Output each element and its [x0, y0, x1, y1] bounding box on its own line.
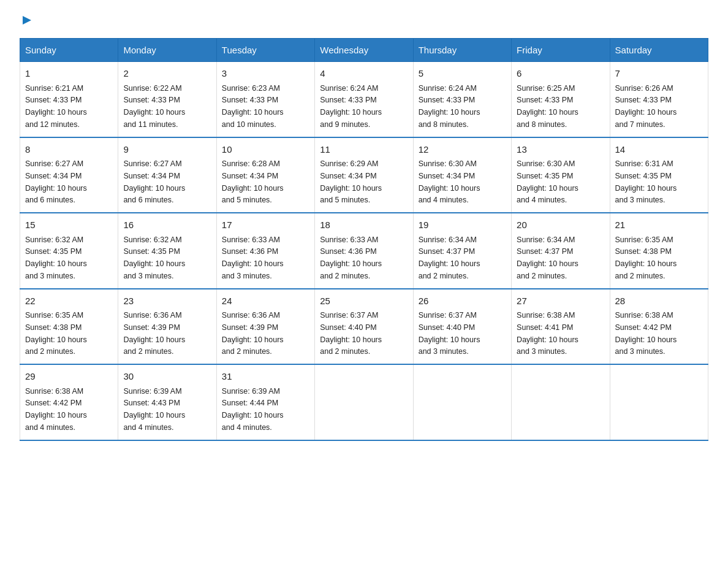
column-header-tuesday: Tuesday [216, 39, 314, 62]
day-info: Sunrise: 6:30 AMSunset: 4:35 PMDaylight:… [517, 159, 578, 204]
day-number: 30 [123, 370, 211, 384]
calendar-cell: 16 Sunrise: 6:32 AMSunset: 4:35 PMDaylig… [118, 213, 216, 289]
calendar-cell: 29 Sunrise: 6:38 AMSunset: 4:42 PMDaylig… [20, 364, 118, 440]
svg-marker-0 [23, 16, 31, 25]
day-info: Sunrise: 6:39 AMSunset: 4:43 PMDaylight:… [123, 387, 185, 432]
day-number: 13 [517, 143, 604, 157]
calendar-week-5: 29 Sunrise: 6:38 AMSunset: 4:42 PMDaylig… [20, 364, 708, 440]
day-info: Sunrise: 6:28 AMSunset: 4:34 PMDaylight:… [222, 159, 284, 204]
calendar-cell: 27 Sunrise: 6:38 AMSunset: 4:41 PMDaylig… [512, 289, 610, 365]
day-number: 16 [123, 218, 211, 232]
day-info: Sunrise: 6:30 AMSunset: 4:34 PMDaylight:… [419, 159, 480, 204]
calendar-cell: 18 Sunrise: 6:33 AMSunset: 4:36 PMDaylig… [315, 213, 413, 289]
day-info: Sunrise: 6:24 AMSunset: 4:33 PMDaylight:… [320, 84, 382, 129]
calendar-cell: 13 Sunrise: 6:30 AMSunset: 4:35 PMDaylig… [512, 137, 610, 213]
day-number: 10 [222, 143, 309, 157]
calendar-week-1: 1 Sunrise: 6:21 AMSunset: 4:33 PMDayligh… [20, 62, 708, 137]
day-number: 29 [25, 370, 113, 384]
calendar-cell: 2 Sunrise: 6:22 AMSunset: 4:33 PMDayligh… [118, 62, 216, 137]
column-header-friday: Friday [512, 39, 610, 62]
calendar-cell: 6 Sunrise: 6:25 AMSunset: 4:33 PMDayligh… [512, 62, 610, 137]
day-info: Sunrise: 6:27 AMSunset: 4:34 PMDaylight:… [25, 159, 87, 204]
calendar-week-2: 8 Sunrise: 6:27 AMSunset: 4:34 PMDayligh… [20, 137, 708, 213]
day-number: 8 [25, 143, 113, 157]
day-number: 9 [123, 143, 211, 157]
day-info: Sunrise: 6:21 AMSunset: 4:33 PMDaylight:… [25, 84, 87, 129]
day-info: Sunrise: 6:24 AMSunset: 4:33 PMDaylight:… [419, 84, 480, 129]
calendar-body: 1 Sunrise: 6:21 AMSunset: 4:33 PMDayligh… [20, 62, 708, 440]
calendar-cell: 3 Sunrise: 6:23 AMSunset: 4:33 PMDayligh… [216, 62, 314, 137]
day-number: 15 [25, 218, 113, 232]
calendar-cell: 24 Sunrise: 6:36 AMSunset: 4:39 PMDaylig… [216, 289, 314, 365]
day-number: 28 [615, 294, 703, 308]
day-number: 11 [320, 143, 408, 157]
column-header-saturday: Saturday [610, 39, 708, 62]
column-header-wednesday: Wednesday [315, 39, 413, 62]
column-header-sunday: Sunday [20, 39, 118, 62]
header-row: SundayMondayTuesdayWednesdayThursdayFrid… [20, 39, 708, 62]
day-number: 20 [517, 218, 604, 232]
day-info: Sunrise: 6:36 AMSunset: 4:39 PMDaylight:… [222, 311, 284, 356]
day-number: 3 [222, 67, 309, 81]
day-number: 17 [222, 218, 309, 232]
calendar-cell: 14 Sunrise: 6:31 AMSunset: 4:35 PMDaylig… [610, 137, 708, 213]
day-info: Sunrise: 6:32 AMSunset: 4:35 PMDaylight:… [25, 236, 87, 280]
day-info: Sunrise: 6:25 AMSunset: 4:33 PMDaylight:… [517, 84, 578, 129]
calendar-header: SundayMondayTuesdayWednesdayThursdayFrid… [20, 39, 708, 62]
calendar-cell: 12 Sunrise: 6:30 AMSunset: 4:34 PMDaylig… [413, 137, 511, 213]
calendar-cell: 30 Sunrise: 6:39 AMSunset: 4:43 PMDaylig… [118, 364, 216, 440]
calendar-cell: 28 Sunrise: 6:38 AMSunset: 4:42 PMDaylig… [610, 289, 708, 365]
calendar-cell: 26 Sunrise: 6:37 AMSunset: 4:40 PMDaylig… [413, 289, 511, 365]
day-info: Sunrise: 6:38 AMSunset: 4:42 PMDaylight:… [25, 387, 87, 432]
day-number: 23 [123, 294, 211, 308]
day-number: 31 [222, 370, 309, 384]
day-info: Sunrise: 6:35 AMSunset: 4:38 PMDaylight:… [25, 311, 87, 356]
day-info: Sunrise: 6:37 AMSunset: 4:40 PMDaylight:… [320, 311, 382, 356]
day-number: 18 [320, 218, 408, 232]
day-number: 26 [419, 294, 506, 308]
day-number: 1 [25, 67, 113, 81]
calendar-cell: 9 Sunrise: 6:27 AMSunset: 4:34 PMDayligh… [118, 137, 216, 213]
day-number: 5 [419, 67, 506, 81]
day-info: Sunrise: 6:33 AMSunset: 4:36 PMDaylight:… [222, 236, 284, 280]
day-number: 14 [615, 143, 703, 157]
calendar-table: SundayMondayTuesdayWednesdayThursdayFrid… [20, 38, 708, 441]
day-info: Sunrise: 6:22 AMSunset: 4:33 PMDaylight:… [123, 84, 185, 129]
day-number: 4 [320, 67, 408, 81]
calendar-cell: 8 Sunrise: 6:27 AMSunset: 4:34 PMDayligh… [20, 137, 118, 213]
calendar-cell: 25 Sunrise: 6:37 AMSunset: 4:40 PMDaylig… [315, 289, 413, 365]
day-info: Sunrise: 6:23 AMSunset: 4:33 PMDaylight:… [222, 84, 284, 129]
day-number: 12 [419, 143, 506, 157]
day-info: Sunrise: 6:33 AMSunset: 4:36 PMDaylight:… [320, 236, 382, 280]
day-info: Sunrise: 6:37 AMSunset: 4:40 PMDaylight:… [419, 311, 480, 356]
calendar-cell [610, 364, 708, 440]
calendar-cell: 1 Sunrise: 6:21 AMSunset: 4:33 PMDayligh… [20, 62, 118, 137]
calendar-week-3: 15 Sunrise: 6:32 AMSunset: 4:35 PMDaylig… [20, 213, 708, 289]
day-info: Sunrise: 6:31 AMSunset: 4:35 PMDaylight:… [615, 159, 677, 204]
day-info: Sunrise: 6:27 AMSunset: 4:34 PMDaylight:… [123, 159, 185, 204]
day-number: 24 [222, 294, 309, 308]
day-info: Sunrise: 6:32 AMSunset: 4:35 PMDaylight:… [123, 236, 185, 280]
calendar-cell: 17 Sunrise: 6:33 AMSunset: 4:36 PMDaylig… [216, 213, 314, 289]
day-number: 7 [615, 67, 703, 81]
calendar-cell: 7 Sunrise: 6:26 AMSunset: 4:33 PMDayligh… [610, 62, 708, 137]
day-number: 25 [320, 294, 408, 308]
logo [20, 15, 32, 28]
day-number: 21 [615, 218, 703, 232]
calendar-cell [315, 364, 413, 440]
day-info: Sunrise: 6:26 AMSunset: 4:33 PMDaylight:… [615, 84, 677, 129]
day-info: Sunrise: 6:39 AMSunset: 4:44 PMDaylight:… [222, 387, 284, 432]
calendar-cell: 21 Sunrise: 6:35 AMSunset: 4:38 PMDaylig… [610, 213, 708, 289]
day-number: 22 [25, 294, 113, 308]
calendar-cell: 23 Sunrise: 6:36 AMSunset: 4:39 PMDaylig… [118, 289, 216, 365]
calendar-week-4: 22 Sunrise: 6:35 AMSunset: 4:38 PMDaylig… [20, 289, 708, 365]
day-info: Sunrise: 6:34 AMSunset: 4:37 PMDaylight:… [419, 236, 480, 280]
day-info: Sunrise: 6:38 AMSunset: 4:42 PMDaylight:… [615, 311, 677, 356]
calendar-cell [413, 364, 511, 440]
day-number: 27 [517, 294, 604, 308]
logo-triangle-icon [21, 15, 32, 28]
day-info: Sunrise: 6:34 AMSunset: 4:37 PMDaylight:… [517, 236, 578, 280]
day-number: 6 [517, 67, 604, 81]
column-header-monday: Monday [118, 39, 216, 62]
calendar-cell: 31 Sunrise: 6:39 AMSunset: 4:44 PMDaylig… [216, 364, 314, 440]
